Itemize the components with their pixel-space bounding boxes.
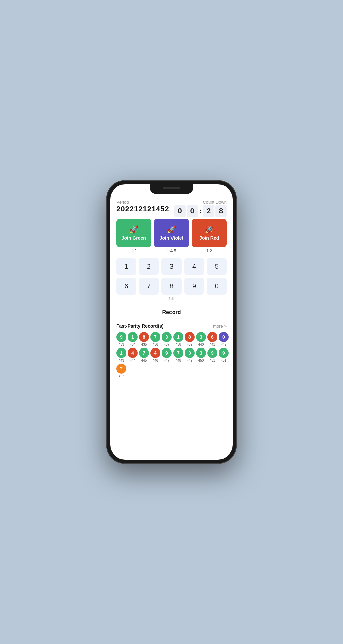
circle-448: 7 (173, 348, 183, 358)
countdown-h1: 0 (174, 205, 186, 217)
countdown-m1: 2 (203, 205, 214, 217)
phone-screen: Period 202212121452 Count Down 0 0 : 2 8 (110, 184, 233, 460)
circle-item-446: 4 446 (150, 348, 160, 362)
num-btn-5[interactable]: 5 (207, 258, 227, 275)
circle-id-438: 438 (176, 343, 181, 346)
phone-device: Period 202212121452 Count Down 0 0 : 2 8 (106, 180, 237, 464)
phone-speaker (163, 187, 180, 189)
app-content: Period 202212121452 Count Down 0 0 : 2 8 (110, 184, 233, 460)
circle-id-449: 449 (187, 359, 193, 362)
circle-item-444: 4 444 (128, 348, 138, 362)
circle-451b: 9 (219, 348, 229, 358)
num-btn-3[interactable]: 3 (161, 258, 182, 275)
circle-item-439: 8 439 (185, 332, 195, 346)
circle-435: 8 (139, 332, 149, 342)
circle-443: 1 (116, 348, 126, 358)
circle-id-433: 433 (119, 343, 124, 346)
circle-id-441: 441 (210, 343, 215, 346)
circle-449: 3 (185, 348, 195, 358)
num-btn-0[interactable]: 0 (207, 278, 227, 295)
circle-446: 4 (150, 348, 160, 358)
circle-item-440: 3 440 (196, 332, 206, 346)
circle-id-444: 444 (130, 359, 136, 362)
circle-id-436: 436 (153, 343, 158, 346)
circle-id-451a: 451 (210, 359, 215, 362)
green-ratio: 1:2 (116, 249, 151, 253)
phone-notch (150, 184, 193, 194)
circles-row-3: ? 452 (116, 364, 227, 378)
countdown-colon: : (199, 207, 202, 215)
top-divider (116, 305, 227, 305)
join-ratios: 1:2 1:4.5 1:2 (116, 249, 227, 253)
circle-id-451b: 451 (221, 359, 227, 362)
circle-452: ? (116, 364, 126, 374)
violet-ratio: 1:4.5 (154, 249, 189, 253)
join-red-label: Join Red (199, 235, 219, 241)
red-ratio: 1:2 (192, 249, 227, 253)
num-btn-1[interactable]: 1 (116, 258, 136, 275)
circle-433: 9 (116, 332, 126, 342)
circle-item-445: 7 445 (139, 348, 149, 362)
period-section: Period 202212121452 (116, 200, 169, 213)
circle-441: 6 (207, 332, 217, 342)
countdown-label: Count Down (174, 200, 227, 205)
num-btn-7[interactable]: 7 (139, 278, 159, 295)
circle-id-450: 450 (198, 359, 204, 362)
circle-450: 3 (196, 348, 206, 358)
circle-item-452: ? 452 (116, 364, 126, 378)
num-btn-6[interactable]: 6 (116, 278, 136, 295)
more-link[interactable]: more > (213, 324, 227, 329)
circle-id-439: 439 (187, 343, 193, 346)
circle-item-433: 9 433 (116, 332, 126, 346)
circle-id-446: 446 (153, 359, 158, 362)
circles-section: 9 433 1 434 8 435 7 436 (116, 332, 227, 378)
countdown-display: 0 0 : 2 8 (174, 205, 227, 217)
fast-parity-title: Fast-Parity Record(s) (116, 323, 164, 329)
circle-id-437: 437 (164, 343, 170, 346)
circle-id-435: 435 (141, 343, 147, 346)
circle-442: 0 (219, 332, 229, 342)
num-btn-4[interactable]: 4 (184, 258, 204, 275)
header-row: Period 202212121452 Count Down 0 0 : 2 8 (116, 200, 227, 217)
circle-item-437: 3 437 (162, 332, 172, 346)
join-violet-button[interactable]: 🚀 Join Violet (154, 219, 189, 247)
countdown-m2: 8 (215, 205, 227, 217)
circle-447: 9 (162, 348, 172, 358)
num-btn-2[interactable]: 2 (139, 258, 159, 275)
circles-row-1: 9 433 1 434 8 435 7 436 (116, 332, 227, 346)
join-red-button[interactable]: 🚀 Join Red (192, 219, 227, 247)
circle-434: 1 (128, 332, 138, 342)
circle-item-451a: 9 451 (207, 348, 217, 362)
circle-444: 4 (128, 348, 138, 358)
join-green-button[interactable]: 🚀 Join Green (116, 219, 151, 247)
circle-id-448: 448 (176, 359, 181, 362)
num-btn-9[interactable]: 9 (184, 278, 204, 295)
record-underline (116, 319, 227, 319)
circle-id-434: 434 (130, 343, 136, 346)
circle-item-450: 3 450 (196, 348, 206, 362)
circle-451a: 9 (207, 348, 217, 358)
circle-id-443: 443 (119, 359, 124, 362)
join-violet-label: Join Violet (160, 235, 184, 241)
period-value: 202212121452 (116, 205, 169, 213)
num-btn-8[interactable]: 8 (161, 278, 182, 295)
fast-parity-header: Fast-Parity Record(s) more > (116, 323, 227, 329)
circle-id-452: 452 (119, 374, 124, 378)
join-green-label: Join Green (122, 235, 146, 241)
circle-item-442: 0 442 (219, 332, 229, 346)
circle-item-448: 7 448 (173, 348, 183, 362)
countdown-section: Count Down 0 0 : 2 8 (174, 200, 227, 217)
circle-item-436: 7 436 (150, 332, 160, 346)
circle-item-451b: 9 451 (219, 348, 229, 362)
grid-ratio: 1:9 (116, 296, 227, 301)
number-grid: 1 2 3 4 5 6 7 8 9 0 (116, 258, 227, 295)
circle-439: 8 (185, 332, 195, 342)
rocket-icon-green: 🚀 (129, 225, 138, 234)
record-title: Record (116, 309, 227, 315)
circle-item-435: 8 435 (139, 332, 149, 346)
bottom-divider (116, 383, 227, 383)
circle-445: 7 (139, 348, 149, 358)
circle-item-447: 9 447 (162, 348, 172, 362)
circle-item-443: 1 443 (116, 348, 126, 362)
circle-item-449: 3 449 (185, 348, 195, 362)
